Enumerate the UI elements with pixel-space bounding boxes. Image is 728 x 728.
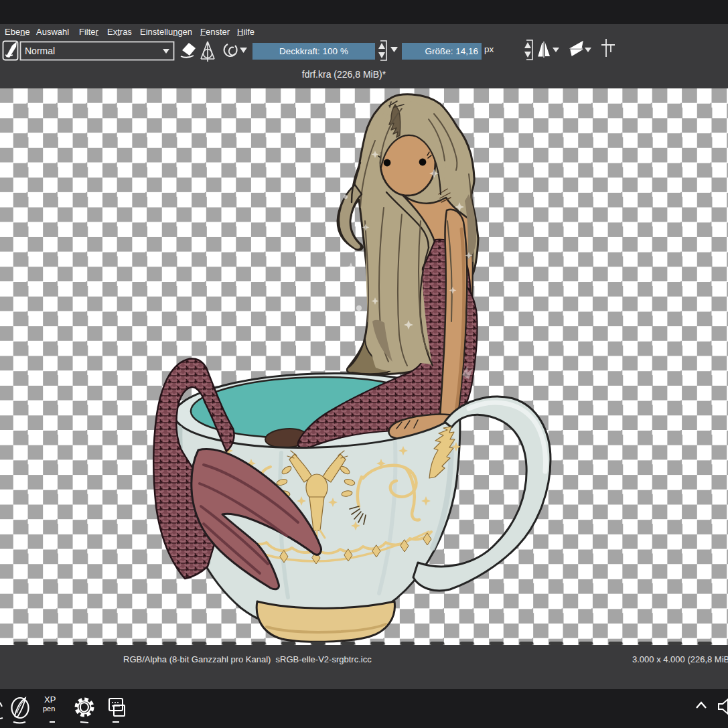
svg-text:pen: pen	[43, 705, 55, 713]
svg-text:XP: XP	[44, 695, 56, 705]
svg-text:Normal: Normal	[25, 46, 55, 56]
